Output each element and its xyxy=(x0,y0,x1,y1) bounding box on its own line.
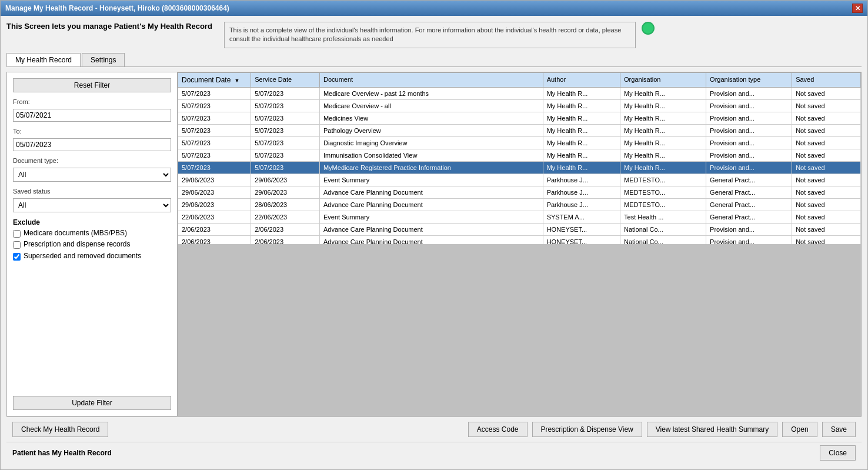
cell-saved: Not saved xyxy=(792,174,861,186)
update-filter-button[interactable]: Update Filter xyxy=(13,396,171,410)
table-row[interactable]: 5/07/20235/07/2023Medicare Overview - al… xyxy=(178,99,861,112)
cell-docDate: 5/07/2023 xyxy=(178,149,251,161)
table-row[interactable]: 2/06/20232/06/2023Advance Care Planning … xyxy=(178,223,861,235)
check-my-health-record-button[interactable]: Check My Health Record xyxy=(12,422,108,437)
cell-orgType: General Pract... xyxy=(706,174,792,186)
status-bar: Patient has My Health Record Close xyxy=(6,442,862,464)
table-row[interactable]: 29/06/202328/06/2023Advance Care Plannin… xyxy=(178,198,861,211)
col-header-svc-date[interactable]: Service Date xyxy=(251,72,320,87)
exclude-superseded-checkbox[interactable] xyxy=(13,253,21,261)
saved-status-select[interactable]: All xyxy=(13,198,171,212)
cell-orgType: Provision and... xyxy=(706,149,792,161)
exclude-medicare-checkbox[interactable] xyxy=(13,230,21,238)
cell-svcDate: 29/06/2023 xyxy=(251,186,320,198)
cell-saved: Not saved xyxy=(792,99,861,112)
doc-type-select[interactable]: All xyxy=(13,168,171,182)
cell-saved: Not saved xyxy=(792,112,861,124)
table-body: 5/07/20235/07/2023Medicare Overview - pa… xyxy=(178,87,861,244)
from-date-input[interactable] xyxy=(13,109,171,122)
cell-organisation: Test Health ... xyxy=(620,211,706,223)
tab-settings[interactable]: Settings xyxy=(82,53,125,66)
cell-author: My Health R... xyxy=(543,161,620,174)
cell-document: Diagnostic Imaging Overview xyxy=(319,136,543,149)
cell-docDate: 29/06/2023 xyxy=(178,198,251,211)
cell-document: Medicare Overview - all xyxy=(319,99,543,112)
close-window-button[interactable]: ✕ xyxy=(852,4,863,13)
cell-document: Pathology Overview xyxy=(319,124,543,136)
cell-svcDate: 2/06/2023 xyxy=(251,235,320,244)
table-row[interactable]: 29/06/202329/06/2023Event SummaryParkhou… xyxy=(178,174,861,186)
view-latest-shared-button[interactable]: View latest Shared Health Summary xyxy=(647,422,778,437)
cell-orgType: Provision and... xyxy=(706,136,792,149)
access-code-button[interactable]: Access Code xyxy=(468,422,528,437)
table-row[interactable]: 5/07/20235/07/2023MyMedicare Registered … xyxy=(178,161,861,174)
exclude-medicare-label: Medicare documents (MBS/PBS) xyxy=(24,229,127,238)
cell-svcDate: 5/07/2023 xyxy=(251,112,320,124)
exclude-prescription-checkbox[interactable] xyxy=(13,241,21,249)
cell-orgType: Provision and... xyxy=(706,99,792,112)
cell-orgType: General Pract... xyxy=(706,198,792,211)
to-label: To: xyxy=(13,128,171,135)
cell-svcDate: 5/07/2023 xyxy=(251,136,320,149)
cell-author: My Health R... xyxy=(543,112,620,124)
col-header-saved[interactable]: Saved xyxy=(792,72,861,87)
main-content: Reset Filter From: To: Document type: Al… xyxy=(6,72,862,416)
table-row[interactable]: 22/06/202322/06/2023Event SummarySYSTEM … xyxy=(178,211,861,223)
prescription-dispense-button[interactable]: Prescription & Dispense View xyxy=(532,422,642,437)
cell-orgType: Provision and... xyxy=(706,87,792,99)
open-button[interactable]: Open xyxy=(782,422,817,437)
cell-document: Event Summary xyxy=(319,174,543,186)
table-row[interactable]: 5/07/20235/07/2023Pathology OverviewMy H… xyxy=(178,124,861,136)
filter-panel: Reset Filter From: To: Document type: Al… xyxy=(7,72,178,416)
table-row[interactable]: 5/07/20235/07/2023Diagnostic Imaging Ove… xyxy=(178,136,861,149)
cell-saved: Not saved xyxy=(792,161,861,174)
table-row[interactable]: 2/06/20232/06/2023Advance Care Planning … xyxy=(178,235,861,244)
cell-document: Medicare Overview - past 12 months xyxy=(319,87,543,99)
cell-organisation: MEDTESTO... xyxy=(620,174,706,186)
save-button[interactable]: Save xyxy=(822,422,856,437)
cell-document: Immunisation Consolidated View xyxy=(319,149,543,161)
tab-my-health-record[interactable]: My Health Record xyxy=(6,53,81,66)
cell-orgType: Provision and... xyxy=(706,161,792,174)
empty-area xyxy=(178,244,861,416)
cell-docDate: 22/06/2023 xyxy=(178,211,251,223)
cell-docDate: 5/07/2023 xyxy=(178,161,251,174)
exclude-section: Exclude Medicare documents (MBS/PBS) Pre… xyxy=(13,218,171,264)
cell-organisation: My Health R... xyxy=(620,136,706,149)
table-row[interactable]: 29/06/202329/06/2023Advance Care Plannin… xyxy=(178,186,861,198)
cell-organisation: My Health R... xyxy=(620,87,706,99)
exclude-prescription: Prescription and dispense records xyxy=(13,240,171,249)
cell-docDate: 5/07/2023 xyxy=(178,124,251,136)
cell-saved: Not saved xyxy=(792,198,861,211)
cell-author: Parkhouse J... xyxy=(543,198,620,211)
col-header-org-type[interactable]: Organisation type xyxy=(706,72,792,87)
cell-document: Advance Care Planning Document xyxy=(319,186,543,198)
cell-svcDate: 22/06/2023 xyxy=(251,211,320,223)
table-row[interactable]: 5/07/20235/07/2023Medicines ViewMy Healt… xyxy=(178,112,861,124)
cell-svcDate: 5/07/2023 xyxy=(251,99,320,112)
col-header-document[interactable]: Document xyxy=(319,72,543,87)
col-header-doc-date[interactable]: Document Date ▼ xyxy=(178,72,251,87)
cell-document: Advance Care Planning Document xyxy=(319,235,543,244)
table-row[interactable]: 5/07/20235/07/2023Medicare Overview - pa… xyxy=(178,87,861,99)
reset-filter-button[interactable]: Reset Filter xyxy=(13,78,171,92)
close-button[interactable]: Close xyxy=(820,445,856,461)
cell-svcDate: 5/07/2023 xyxy=(251,161,320,174)
to-date-input[interactable] xyxy=(13,138,171,151)
table-row[interactable]: 5/07/20235/07/2023Immunisation Consolida… xyxy=(178,149,861,161)
window-body: This Screen lets you manage Patient's My… xyxy=(1,16,867,469)
main-window: Manage My Health Record - Honeysett, Hir… xyxy=(0,0,868,470)
cell-author: SYSTEM A... xyxy=(543,211,620,223)
cell-organisation: National Co... xyxy=(620,235,706,244)
cell-author: HONEYSET... xyxy=(543,235,620,244)
footer-buttons: Check My Health Record Access Code Presc… xyxy=(6,416,862,442)
col-header-author[interactable]: Author xyxy=(543,72,620,87)
cell-docDate: 29/06/2023 xyxy=(178,174,251,186)
cell-orgType: Provision and... xyxy=(706,235,792,244)
cell-svcDate: 2/06/2023 xyxy=(251,223,320,235)
cell-organisation: My Health R... xyxy=(620,149,706,161)
cell-document: Advance Care Planning Document xyxy=(319,198,543,211)
col-header-organisation[interactable]: Organisation xyxy=(620,72,706,87)
cell-saved: Not saved xyxy=(792,149,861,161)
table-scroll-area[interactable]: Document Date ▼ Service Date Document Au… xyxy=(178,72,861,244)
